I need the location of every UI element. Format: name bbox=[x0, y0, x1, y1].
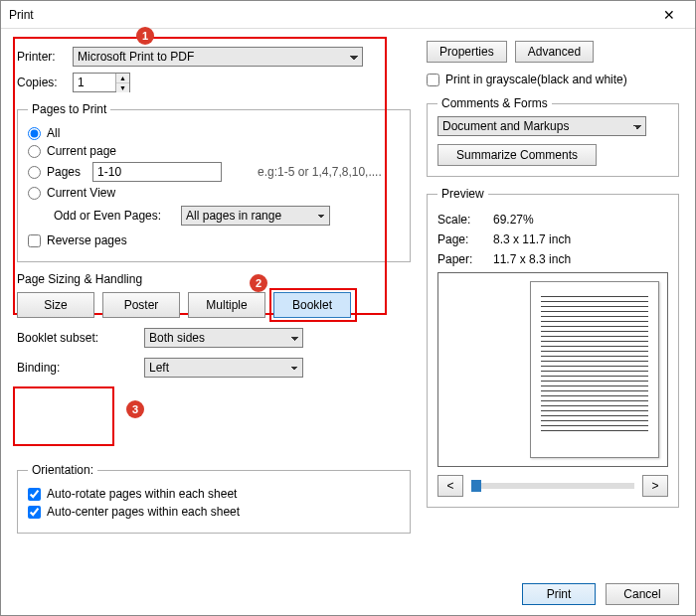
autorotate-checkbox[interactable] bbox=[28, 488, 41, 501]
chevron-down-icon[interactable]: ▼ bbox=[116, 83, 129, 92]
odd-even-select[interactable]: All pages in range bbox=[181, 206, 330, 226]
tab-multiple[interactable]: Multiple bbox=[188, 292, 265, 318]
radio-all-label: All bbox=[47, 126, 60, 140]
radio-pages-label: Pages bbox=[47, 165, 81, 179]
printer-label: Printer: bbox=[17, 50, 65, 64]
radio-current-view-label: Current View bbox=[47, 186, 115, 200]
tab-size[interactable]: Size bbox=[17, 292, 94, 318]
copies-stepper[interactable]: ▲▼ bbox=[73, 73, 130, 92]
orientation-legend: Orientation: bbox=[28, 463, 97, 477]
radio-current-page[interactable] bbox=[28, 145, 41, 158]
reverse-pages-label: Reverse pages bbox=[47, 233, 127, 247]
booklet-subset-select[interactable]: Both sides bbox=[144, 328, 303, 348]
reverse-pages-checkbox[interactable] bbox=[28, 234, 41, 247]
autorotate-label: Auto-rotate pages within each sheet bbox=[47, 487, 237, 501]
comments-forms-legend: Comments & Forms bbox=[437, 96, 552, 110]
grayscale-checkbox[interactable] bbox=[427, 74, 439, 86]
copies-label: Copies: bbox=[17, 76, 65, 89]
slider-thumb[interactable] bbox=[471, 480, 481, 492]
summarize-comments-button[interactable]: Summarize Comments bbox=[437, 144, 597, 166]
preview-group: Preview Scale:69.27% Page:8.3 x 11.7 inc… bbox=[427, 187, 679, 508]
print-button[interactable]: Print bbox=[522, 583, 596, 605]
printer-select[interactable]: Microsoft Print to PDF bbox=[73, 47, 363, 67]
pages-to-print-legend: Pages to Print bbox=[28, 102, 110, 116]
grayscale-label: Print in grayscale(black and white) bbox=[445, 73, 627, 86]
tab-poster[interactable]: Poster bbox=[102, 292, 180, 318]
page-thumbnail bbox=[530, 281, 659, 458]
binding-label: Binding: bbox=[17, 361, 136, 375]
properties-button[interactable]: Properties bbox=[427, 41, 507, 63]
page-value: 8.3 x 11.7 inch bbox=[493, 232, 571, 246]
paper-label: Paper: bbox=[437, 252, 485, 266]
pages-to-print-group: Pages to Print All Current page Pages e.… bbox=[17, 102, 411, 262]
preview-area bbox=[437, 272, 668, 467]
chevron-up-icon[interactable]: ▲ bbox=[116, 74, 129, 83]
autocenter-label: Auto-center pages within each sheet bbox=[47, 505, 240, 519]
radio-pages[interactable] bbox=[28, 166, 41, 179]
scale-label: Scale: bbox=[437, 213, 485, 227]
cancel-button[interactable]: Cancel bbox=[606, 583, 679, 605]
radio-current-view[interactable] bbox=[28, 187, 41, 200]
callout-box-3 bbox=[13, 386, 114, 446]
odd-even-label: Odd or Even Pages: bbox=[54, 209, 161, 223]
orientation-group: Orientation: Auto-rotate pages within ea… bbox=[17, 463, 411, 534]
comments-forms-group: Comments & Forms Document and Markups Su… bbox=[427, 96, 679, 177]
close-icon[interactable]: ✕ bbox=[651, 1, 687, 29]
preview-legend: Preview bbox=[437, 187, 488, 201]
window-title: Print bbox=[9, 1, 34, 29]
scale-value: 69.27% bbox=[493, 213, 534, 227]
tab-booklet[interactable]: Booklet bbox=[273, 292, 351, 318]
page-sizing-title: Page Sizing & Handling bbox=[17, 272, 411, 286]
pages-input[interactable] bbox=[92, 162, 222, 182]
binding-select[interactable]: Left bbox=[144, 358, 303, 378]
booklet-subset-label: Booklet subset: bbox=[17, 331, 136, 345]
callout-badge-3: 3 bbox=[126, 400, 144, 418]
advanced-button[interactable]: Advanced bbox=[515, 41, 594, 63]
preview-slider[interactable] bbox=[471, 483, 634, 489]
page-label: Page: bbox=[437, 232, 485, 246]
autocenter-checkbox[interactable] bbox=[28, 506, 41, 519]
comments-select[interactable]: Document and Markups bbox=[437, 116, 646, 136]
pages-hint: e.g:1-5 or 1,4,7,8,10,.... bbox=[258, 165, 382, 179]
callout-badge-1: 1 bbox=[136, 27, 154, 45]
prev-page-button[interactable]: < bbox=[437, 475, 463, 497]
paper-value: 11.7 x 8.3 inch bbox=[493, 252, 571, 266]
next-page-button[interactable]: > bbox=[642, 475, 668, 497]
radio-all[interactable] bbox=[28, 127, 41, 140]
radio-current-page-label: Current page bbox=[47, 144, 116, 158]
